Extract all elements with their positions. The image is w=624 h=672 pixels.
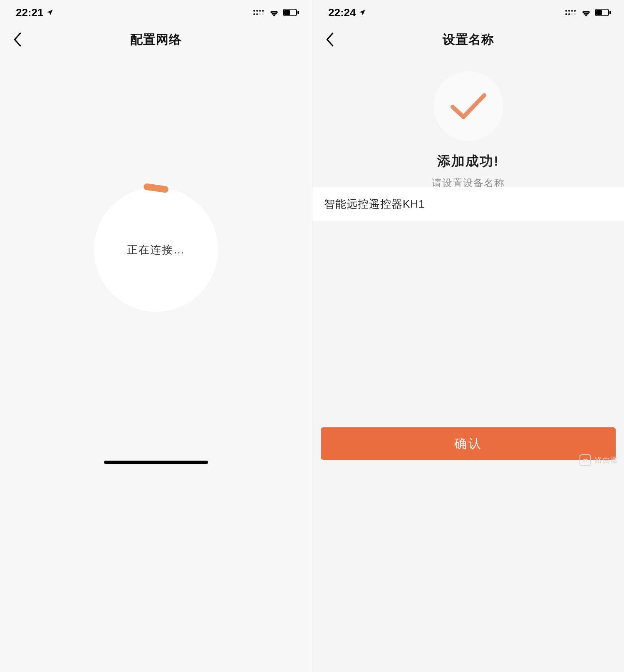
svg-rect-10 [297, 11, 299, 14]
clock: 22:24 [328, 6, 356, 19]
connecting-text: 正在连接… [127, 243, 185, 257]
cellular-icon [565, 9, 577, 16]
screen-configure-network: 22:21 配置网络 正在连接… [0, 0, 312, 672]
status-time: 22:24 [328, 6, 366, 19]
device-name-input[interactable] [312, 187, 624, 221]
checkmark-icon [448, 89, 489, 123]
status-icons [565, 8, 612, 17]
status-bar: 22:21 [0, 0, 312, 25]
chevron-left-icon [326, 32, 334, 47]
confirm-button[interactable]: 确认 [321, 427, 616, 460]
back-button[interactable] [322, 31, 338, 48]
svg-rect-21 [609, 11, 611, 14]
connecting-indicator: 正在连接… [94, 187, 218, 312]
location-icon [46, 9, 54, 16]
svg-point-16 [568, 13, 570, 15]
svg-point-13 [571, 10, 573, 12]
svg-point-3 [262, 10, 264, 12]
screen-set-name: 22:24 设置名称 添加成功! 请设置设备名称 确认 ⇄ 路由器 [312, 0, 624, 672]
svg-point-14 [574, 10, 576, 12]
svg-rect-20 [596, 10, 602, 15]
svg-point-12 [568, 10, 570, 12]
svg-point-7 [262, 13, 264, 15]
cellular-icon [253, 9, 265, 16]
svg-point-1 [256, 10, 258, 12]
location-icon [359, 9, 366, 16]
wifi-icon [581, 8, 592, 17]
battery-icon [283, 9, 300, 16]
svg-point-17 [571, 13, 573, 15]
wifi-icon [269, 8, 280, 17]
status-icons [253, 8, 300, 17]
page-title: 设置名称 [443, 31, 494, 48]
svg-point-11 [565, 10, 567, 12]
svg-point-18 [574, 13, 576, 15]
success-panel: 添加成功! 请设置设备名称 [312, 71, 624, 190]
battery-icon [595, 9, 612, 16]
success-circle [433, 71, 504, 141]
watermark: ⇄ 路由器 [579, 454, 618, 466]
watermark-text: 路由器 [594, 455, 618, 465]
svg-rect-9 [284, 10, 290, 15]
nav-bar: 配置网络 [0, 25, 312, 54]
nav-bar: 设置名称 [312, 25, 624, 54]
svg-point-6 [259, 13, 261, 15]
connecting-circle: 正在连接… [94, 187, 218, 312]
watermark-icon: ⇄ [579, 454, 591, 466]
svg-point-4 [253, 13, 255, 15]
success-title: 添加成功! [437, 152, 499, 171]
back-button[interactable] [9, 31, 26, 48]
clock: 22:21 [16, 6, 44, 19]
svg-point-5 [256, 13, 258, 15]
status-time: 22:21 [16, 6, 54, 19]
svg-point-2 [259, 10, 261, 12]
home-indicator[interactable] [104, 461, 208, 464]
chevron-left-icon [13, 32, 22, 47]
status-bar: 22:24 [312, 0, 624, 25]
svg-point-0 [253, 10, 255, 12]
svg-point-15 [565, 13, 567, 15]
page-title: 配置网络 [130, 31, 182, 48]
